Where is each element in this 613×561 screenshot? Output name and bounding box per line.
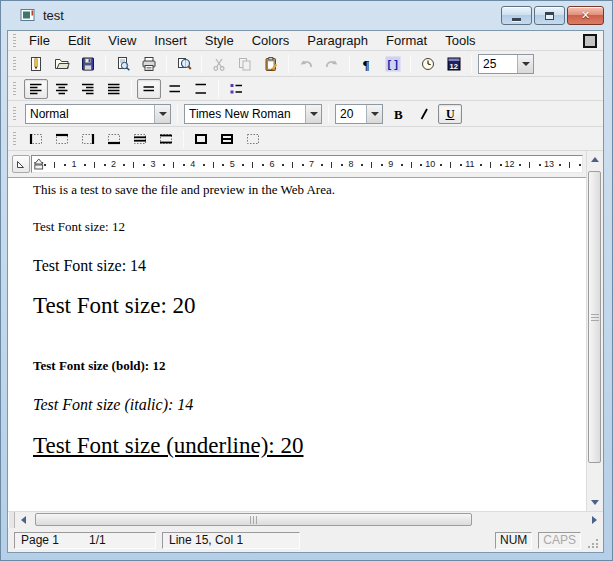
close-button[interactable]: ✕: [567, 6, 604, 25]
vertical-scrollbar-thumb[interactable]: [588, 171, 601, 463]
line-spacing-single-button[interactable]: [137, 79, 161, 99]
save-button[interactable]: [76, 54, 100, 74]
ruler-dot: [203, 164, 205, 166]
menu-item-tools[interactable]: Tools: [436, 31, 484, 50]
border-box-middle-icon: [219, 131, 235, 147]
document-paragraph[interactable]: This is a test to save the file and prev…: [33, 183, 576, 198]
print-button[interactable]: [137, 54, 161, 74]
resize-grip[interactable]: [587, 537, 599, 549]
document-paragraph[interactable]: Test Font size: 20: [33, 293, 576, 319]
bullet-list-button[interactable]: [224, 79, 248, 99]
horizontal-scrollbar-track[interactable]: [32, 512, 586, 528]
borders-top-bottom-button[interactable]: [154, 129, 178, 149]
align-left-button[interactable]: [24, 79, 48, 99]
underline-button[interactable]: U: [438, 104, 462, 124]
maximize-button[interactable]: [534, 6, 565, 25]
chevron-down-icon[interactable]: [305, 105, 321, 123]
toolbar-drag-handle[interactable]: [13, 57, 16, 71]
font-size-combo[interactable]: 20: [335, 104, 383, 124]
find-button[interactable]: [172, 54, 196, 74]
chevron-down-icon[interactable]: [517, 55, 533, 73]
insert-date-button[interactable]: 12: [442, 54, 466, 74]
menu-item-view[interactable]: View: [99, 31, 145, 50]
toolbar-drag-handle[interactable]: [13, 132, 16, 146]
menubar-drag-handle[interactable]: [13, 34, 16, 48]
chevron-down-icon[interactable]: [154, 105, 170, 123]
ruler[interactable]: 12345678910111213: [31, 155, 583, 173]
menu-item-file[interactable]: File: [20, 31, 59, 50]
chevron-down-icon[interactable]: [366, 105, 382, 123]
redo-button[interactable]: [320, 54, 344, 74]
font-family-combo[interactable]: Times New Roman: [184, 104, 322, 124]
document-window-icon[interactable]: [583, 34, 597, 48]
svg-text:[ ]: [ ]: [388, 58, 399, 70]
workspace: 12345678910111213 This is a test to save…: [8, 151, 603, 511]
ruler-number: 7: [309, 159, 314, 169]
document-paragraph[interactable]: Test Font size (italic): 14: [33, 396, 576, 414]
toolbar-borders-band: [20, 127, 269, 150]
menu-item-colors[interactable]: Colors: [243, 31, 299, 50]
borders-horizontal-button[interactable]: [128, 129, 152, 149]
border-right-button[interactable]: [76, 129, 100, 149]
border-left-button[interactable]: [24, 129, 48, 149]
paste-icon: [263, 56, 279, 72]
cut-button[interactable]: [207, 54, 231, 74]
open-file-button[interactable]: [50, 54, 74, 74]
formatting-marks-icon: ¶: [359, 56, 375, 72]
left-indent-marker[interactable]: [34, 156, 44, 173]
align-justify-button[interactable]: [102, 79, 126, 99]
scroll-down-button[interactable]: [587, 494, 603, 511]
insert-time-button[interactable]: [416, 54, 440, 74]
bold-icon: B: [390, 106, 406, 122]
horizontal-scrollbar[interactable]: [8, 511, 603, 528]
document-paragraph[interactable]: Test Font size (underline): 20: [33, 433, 576, 459]
formatting-marks-button[interactable]: ¶: [355, 54, 379, 74]
ruler-tick: [94, 162, 95, 168]
italic-button[interactable]: [412, 104, 436, 124]
ruler-number: 12: [504, 159, 514, 169]
new-document-button[interactable]: [24, 54, 48, 74]
menu-item-paragraph[interactable]: Paragraph: [298, 31, 377, 50]
align-center-button[interactable]: [50, 79, 74, 99]
line-spacing-double-button[interactable]: [189, 79, 213, 99]
menu-item-format[interactable]: Format: [377, 31, 436, 50]
document-paragraph[interactable]: Test Font size: 12: [33, 220, 576, 235]
horizontal-scrollbar-thumb[interactable]: [35, 513, 472, 526]
scroll-up-button[interactable]: [587, 151, 603, 168]
align-right-button[interactable]: [76, 79, 100, 99]
border-top-button[interactable]: [50, 129, 74, 149]
ruler-number: 1: [71, 159, 76, 169]
toolbar-drag-handle[interactable]: [13, 107, 16, 121]
paragraph-style-combo[interactable]: Normal: [25, 104, 171, 124]
menu-item-edit[interactable]: Edit: [59, 31, 99, 50]
title-bar[interactable]: test ✕: [7, 0, 604, 30]
copy-button[interactable]: [233, 54, 257, 74]
bold-button[interactable]: B: [386, 104, 410, 124]
border-none-button[interactable]: [241, 129, 265, 149]
undo-button[interactable]: [294, 54, 318, 74]
menu-item-insert[interactable]: Insert: [145, 31, 196, 50]
toolbar-drag-handle[interactable]: [13, 82, 16, 96]
tab-selector-button[interactable]: [12, 155, 30, 173]
scroll-left-button[interactable]: [15, 512, 32, 528]
border-bottom-button[interactable]: [102, 129, 126, 149]
line-spacing-1-5-button[interactable]: [163, 79, 187, 99]
vertical-scrollbar-track[interactable]: [587, 168, 603, 494]
scroll-right-button[interactable]: [586, 512, 603, 528]
vertical-scrollbar[interactable]: [586, 151, 603, 511]
border-box-button[interactable]: [189, 129, 213, 149]
minimize-button[interactable]: [501, 6, 532, 25]
paste-button[interactable]: [259, 54, 283, 74]
brackets-button[interactable]: [ ]: [381, 54, 405, 74]
zoom-value: 25: [479, 57, 517, 71]
ruler-dot: [519, 164, 521, 166]
document-paragraph[interactable]: Test Font size: 14: [33, 257, 576, 275]
ruler-dot: [559, 164, 561, 166]
document-paragraph[interactable]: Test Font size (bold): 12: [33, 359, 576, 374]
document-area[interactable]: This is a test to save the file and prev…: [8, 177, 586, 511]
zoom-combo[interactable]: 25: [478, 54, 534, 74]
menu-item-style[interactable]: Style: [196, 31, 243, 50]
print-preview-button[interactable]: [111, 54, 135, 74]
split-handle[interactable]: [8, 512, 15, 528]
border-box-middle-button[interactable]: [215, 129, 239, 149]
